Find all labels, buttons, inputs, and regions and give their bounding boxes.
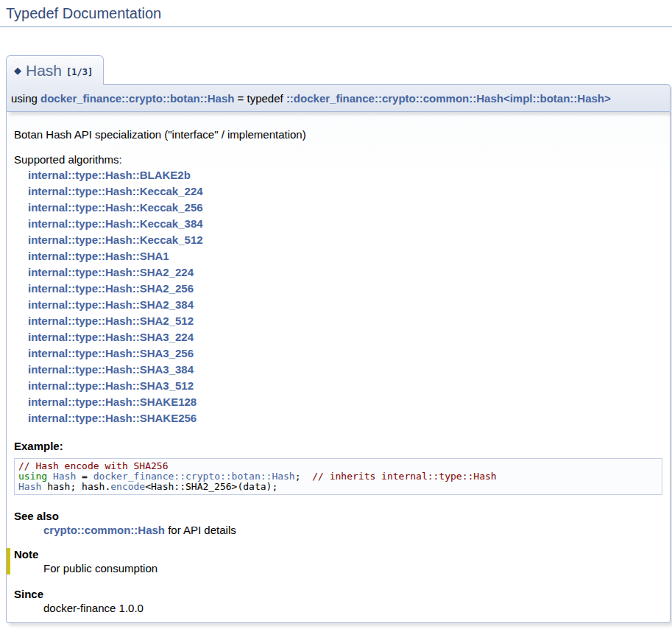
algorithm-list-item: internal::type::Hash::SHA2_384 [28,297,662,313]
code-token: ; [295,471,312,482]
algorithm-link[interactable]: internal::type::Hash::SHAKE128 [28,396,197,408]
proto-type-link[interactable]: ::docker_finance::crypto::common::Hash<i… [286,92,611,105]
algorithm-list-item: internal::type::Hash::SHA2_224 [28,264,662,281]
see-also-section: See also crypto::common::Hash for API de… [14,510,662,536]
code-token [47,471,53,482]
code-link[interactable]: docker_finance::crypto::botan::Hash [93,471,295,482]
overload-badge: [1/3] [66,67,93,77]
see-also-heading: See also [14,510,662,522]
algorithm-link[interactable]: internal::type::Hash::SHA2_512 [28,315,194,327]
code-link[interactable]: encode [110,481,145,492]
code-token: using [18,471,47,482]
code-token: <Hash::SHA2_256>(data); [145,481,277,492]
code-token: // inherits internal::type::Hash [312,471,496,482]
note-heading: Note [14,548,662,561]
algorithm-link[interactable]: internal::type::Hash::SHA3_256 [28,347,194,359]
proto-middle: = typedef [234,92,286,105]
page-title: Typedef Documentation [0,0,672,27]
algorithm-list-item: internal::type::Hash::Keccak_224 [28,183,662,200]
note-section: Note For public consumption [7,548,662,575]
code-token: hash; hash. [41,481,110,492]
note-content: For public consumption [43,562,662,575]
algorithm-link[interactable]: internal::type::Hash::SHA3_384 [28,363,194,376]
algorithm-list-item: internal::type::Hash::BLAKE2b [28,167,662,183]
algorithm-link[interactable]: internal::type::Hash::SHA1 [28,250,169,262]
proto-prefix: using [11,92,40,105]
algorithm-link[interactable]: internal::type::Hash::Keccak_512 [28,233,203,246]
see-also-content: crypto::common::Hash for API details [43,524,662,536]
algorithms-label: Supported algorithms: [14,153,662,166]
algorithm-list-item: internal::type::Hash::SHA3_224 [28,329,662,345]
code-token: = [76,471,93,482]
member-prototype: using docker_finance::crypto::botan::Has… [6,84,671,112]
algorithm-list-item: internal::type::Hash::SHA2_512 [28,313,662,329]
code-line: // Hash encode with SHA256 [18,461,658,471]
code-line: Hash hash; hash.encode<Hash::SHA2_256>(d… [18,482,658,492]
since-heading: Since [14,588,662,600]
see-also-text: for API details [165,524,236,536]
member-title: Hash [26,62,62,79]
code-link[interactable]: Hash [53,471,76,482]
algorithm-link[interactable]: internal::type::Hash::SHA3_512 [28,379,194,392]
algorithm-link[interactable]: internal::type::Hash::Keccak_384 [28,217,203,230]
brief-description: Botan Hash API specialization ("interfac… [14,128,662,141]
algorithm-link[interactable]: internal::type::Hash::Keccak_256 [28,201,203,214]
member-tab-hash: ◆Hash[1/3] [6,55,104,85]
algorithm-list-item: internal::type::Hash::SHAKE256 [28,410,662,426]
algorithm-link[interactable]: internal::type::Hash::SHA2_256 [28,282,194,295]
since-content: docker-finance 1.0.0 [43,602,662,614]
algorithm-list: internal::type::Hash::BLAKE2binternal::t… [14,167,662,426]
algorithm-list-item: internal::type::Hash::SHA3_256 [28,345,662,362]
since-section: Since docker-finance 1.0.0 [14,588,662,614]
algorithm-list-item: internal::type::Hash::SHA2_256 [28,281,662,297]
algorithm-list-item: internal::type::Hash::Keccak_384 [28,216,662,232]
algorithm-list-item: internal::type::Hash::SHAKE128 [28,394,662,410]
algorithm-list-item: internal::type::Hash::SHA3_384 [28,362,662,378]
algorithm-list-item: internal::type::Hash::SHA1 [28,248,662,264]
member-documentation: Botan Hash API specialization ("interfac… [6,112,671,623]
code-line: using Hash = docker_finance::crypto::bot… [18,471,658,482]
algorithm-list-item: internal::type::Hash::SHA3_512 [28,378,662,394]
algorithm-link[interactable]: internal::type::Hash::SHA2_224 [28,266,194,278]
algorithm-link[interactable]: internal::type::Hash::SHA3_224 [28,331,194,343]
example-label: Example: [14,440,662,452]
algorithm-link[interactable]: internal::type::Hash::BLAKE2b [28,169,191,181]
diamond-icon[interactable]: ◆ [14,65,21,76]
code-link[interactable]: Hash [18,481,41,492]
algorithm-list-item: internal::type::Hash::Keccak_512 [28,232,662,248]
code-block: // Hash encode with SHA256using Hash = d… [14,458,662,495]
see-also-link[interactable]: crypto::common::Hash [43,524,165,536]
algorithm-link[interactable]: internal::type::Hash::Keccak_224 [28,185,203,197]
algorithm-link[interactable]: internal::type::Hash::SHA2_384 [28,298,194,311]
member-item-hash: ◆Hash[1/3] using docker_finance::crypto:… [6,55,671,623]
code-token: // Hash encode with SHA256 [18,460,169,471]
algorithm-list-item: internal::type::Hash::Keccak_256 [28,200,662,216]
proto-name-link[interactable]: docker_finance::crypto::botan::Hash [40,92,234,105]
algorithm-link[interactable]: internal::type::Hash::SHAKE256 [28,412,197,424]
